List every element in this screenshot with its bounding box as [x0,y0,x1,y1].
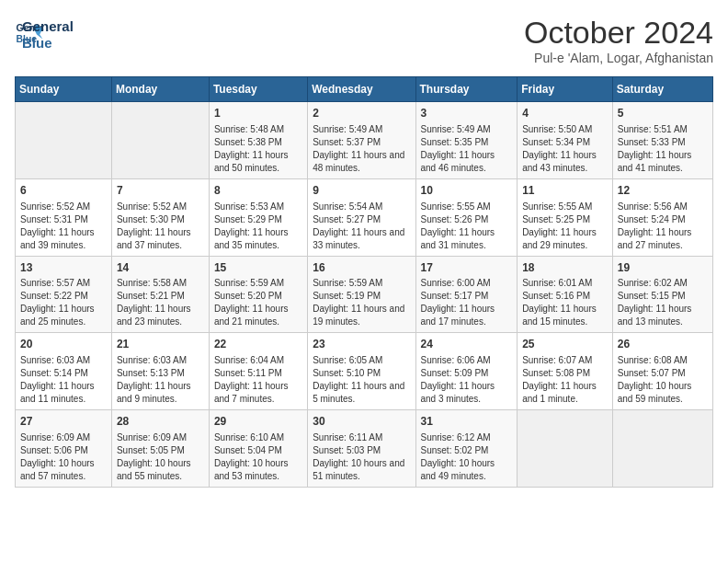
calendar-cell: 22Sunrise: 6:04 AMSunset: 5:11 PMDayligh… [209,333,307,410]
sunset-text: Sunset: 5:24 PM [618,214,686,224]
sunrise-text: Sunrise: 6:05 AM [313,355,382,365]
sunrise-text: Sunrise: 6:06 AM [421,355,491,365]
daylight-text: Daylight: 11 hours and 39 minutes. [20,227,95,250]
daylight-text: Daylight: 11 hours and 21 minutes. [214,304,289,327]
daylight-text: Daylight: 10 hours and 51 minutes. [313,458,404,481]
sunrise-text: Sunrise: 5:49 AM [421,124,491,134]
sunset-text: Sunset: 5:11 PM [214,368,282,378]
sunset-text: Sunset: 5:27 PM [313,214,381,224]
daylight-text: Daylight: 10 hours and 49 minutes. [421,458,495,481]
day-number: 19 [618,260,708,276]
sunrise-text: Sunrise: 6:12 AM [421,432,491,442]
daylight-text: Daylight: 11 hours and 48 minutes. [313,150,404,173]
sunset-text: Sunset: 5:13 PM [117,368,185,378]
daylight-text: Daylight: 10 hours and 55 minutes. [117,458,191,481]
sunrise-text: Sunrise: 6:00 AM [421,278,491,288]
calendar-cell: 2Sunrise: 5:49 AMSunset: 5:37 PMDaylight… [308,102,415,179]
sunrise-text: Sunrise: 5:58 AM [117,278,187,288]
sunset-text: Sunset: 5:10 PM [313,368,381,378]
day-number: 27 [20,414,107,430]
calendar-cell: 15Sunrise: 5:59 AMSunset: 5:20 PMDayligh… [209,256,307,333]
sunrise-text: Sunrise: 5:52 AM [117,201,187,212]
day-number: 2 [313,106,410,121]
sunset-text: Sunset: 5:17 PM [421,291,489,301]
logo-line2: Blue [22,35,74,52]
calendar-cell: 29Sunrise: 6:10 AMSunset: 5:04 PMDayligh… [209,410,307,488]
sunset-text: Sunset: 5:35 PM [421,137,489,147]
day-number: 13 [20,260,107,276]
sunset-text: Sunset: 5:16 PM [522,291,590,301]
logo-line1: General [22,18,74,35]
daylight-text: Daylight: 11 hours and 1 minute. [522,381,597,404]
calendar-cell: 9Sunrise: 5:54 AMSunset: 5:27 PMDaylight… [308,178,415,256]
sunset-text: Sunset: 5:26 PM [421,214,489,224]
calendar-cell: 3Sunrise: 5:49 AMSunset: 5:35 PMDaylight… [415,102,518,179]
page-header: General Blue General Blue October 2024 P… [15,15,713,65]
sunset-text: Sunset: 5:04 PM [214,445,282,455]
calendar-cell: 12Sunrise: 5:56 AMSunset: 5:24 PMDayligh… [612,178,712,256]
header-day: Wednesday [308,77,415,102]
sunrise-text: Sunrise: 5:51 AM [618,124,688,134]
sunrise-text: Sunrise: 6:02 AM [618,278,688,288]
sunset-text: Sunset: 5:22 PM [20,291,88,301]
day-number: 20 [20,337,107,352]
daylight-text: Daylight: 11 hours and 41 minutes. [618,150,692,173]
sunset-text: Sunset: 5:05 PM [117,445,185,455]
day-number: 31 [421,414,513,430]
header-day: Tuesday [209,77,307,102]
calendar-cell: 4Sunrise: 5:50 AMSunset: 5:34 PMDaylight… [518,102,613,179]
sunset-text: Sunset: 5:03 PM [313,445,381,455]
sunrise-text: Sunrise: 5:56 AM [618,201,688,212]
calendar-cell: 20Sunrise: 6:03 AMSunset: 5:14 PMDayligh… [16,333,112,410]
calendar-cell: 23Sunrise: 6:05 AMSunset: 5:10 PMDayligh… [308,333,415,410]
calendar-cell: 10Sunrise: 5:55 AMSunset: 5:26 PMDayligh… [415,178,518,256]
day-number: 26 [618,337,708,352]
logo: General Blue General Blue [15,15,74,52]
sunset-text: Sunset: 5:07 PM [618,368,686,378]
daylight-text: Daylight: 11 hours and 3 minutes. [421,381,495,404]
sunrise-text: Sunrise: 5:50 AM [522,124,592,134]
daylight-text: Daylight: 10 hours and 57 minutes. [20,458,95,481]
calendar-cell: 31Sunrise: 6:12 AMSunset: 5:02 PMDayligh… [415,410,518,488]
day-number: 21 [117,337,204,352]
daylight-text: Daylight: 11 hours and 15 minutes. [522,304,597,327]
location: Pul-e 'Alam, Logar, Afghanistan [524,51,713,65]
calendar-cell: 8Sunrise: 5:53 AMSunset: 5:29 PMDaylight… [209,178,307,256]
sunset-text: Sunset: 5:21 PM [117,291,185,301]
sunrise-text: Sunrise: 6:09 AM [20,432,90,442]
calendar-cell: 24Sunrise: 6:06 AMSunset: 5:09 PMDayligh… [415,333,518,410]
daylight-text: Daylight: 11 hours and 11 minutes. [20,381,95,404]
calendar-cell: 18Sunrise: 6:01 AMSunset: 5:16 PMDayligh… [518,256,613,333]
sunset-text: Sunset: 5:09 PM [421,368,489,378]
calendar-table: SundayMondayTuesdayWednesdayThursdayFrid… [15,76,713,488]
sunrise-text: Sunrise: 6:04 AM [214,355,284,365]
sunset-text: Sunset: 5:08 PM [522,368,590,378]
calendar-cell [612,410,712,488]
day-number: 28 [117,414,204,430]
daylight-text: Daylight: 11 hours and 43 minutes. [522,150,597,173]
daylight-text: Daylight: 10 hours and 53 minutes. [214,458,289,481]
day-number: 24 [421,337,513,352]
header-day: Friday [518,77,613,102]
calendar-week-row: 1Sunrise: 5:48 AMSunset: 5:38 PMDaylight… [16,102,713,179]
sunrise-text: Sunrise: 5:54 AM [313,201,382,212]
day-number: 9 [313,183,410,199]
day-number: 16 [313,260,410,276]
calendar-cell: 27Sunrise: 6:09 AMSunset: 5:06 PMDayligh… [16,410,112,488]
sunrise-text: Sunrise: 5:55 AM [522,201,592,212]
sunrise-text: Sunrise: 6:03 AM [20,355,90,365]
day-number: 8 [214,183,302,199]
sunrise-text: Sunrise: 5:52 AM [20,201,90,212]
sunset-text: Sunset: 5:34 PM [522,137,590,147]
header-day: Sunday [16,77,112,102]
day-number: 15 [214,260,302,276]
day-number: 4 [522,106,608,121]
calendar-cell: 1Sunrise: 5:48 AMSunset: 5:38 PMDaylight… [209,102,307,179]
sunset-text: Sunset: 5:30 PM [117,214,185,224]
sunset-text: Sunset: 5:19 PM [313,291,381,301]
daylight-text: Daylight: 11 hours and 7 minutes. [214,381,289,404]
sunrise-text: Sunrise: 6:07 AM [522,355,592,365]
sunrise-text: Sunrise: 5:59 AM [313,278,382,288]
calendar-cell: 26Sunrise: 6:08 AMSunset: 5:07 PMDayligh… [612,333,712,410]
day-number: 25 [522,337,608,352]
